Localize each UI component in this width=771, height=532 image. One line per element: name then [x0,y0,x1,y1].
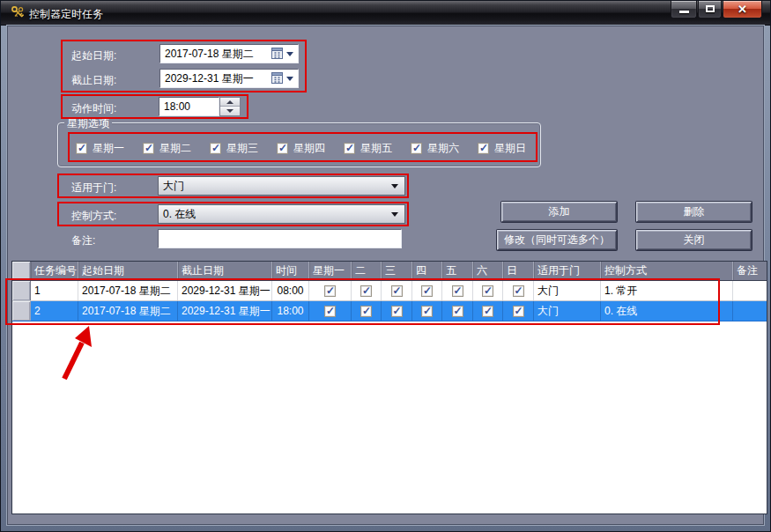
check-icon: ✓ [454,305,463,317]
control-mode-combobox[interactable]: 0. 在线 [158,204,405,224]
column-header-mon[interactable]: 星期一 [309,262,352,280]
dropdown-arrow-icon[interactable] [391,212,398,217]
row-selector[interactable] [12,301,31,321]
start-date-label: 起始日期: [71,48,116,63]
check-icon: ✓ [479,142,488,154]
end-date-picker[interactable]: 2029-12-31 星期一 [159,69,299,88]
dropdown-arrow-icon[interactable] [391,184,398,188]
cell-time: 08:00 [272,281,309,300]
cell-day-checkbox[interactable]: ✓ [503,301,534,321]
check-icon: ✓ [362,284,371,297]
control-mode-value: 0. 在线 [163,207,196,222]
weekday-checkbox-tue[interactable]: ✓ 星期二 [143,141,191,156]
calendar-icon[interactable] [271,48,283,59]
cell-day-checkbox[interactable]: ✓ [503,281,534,300]
column-header-thu[interactable]: 四 [412,262,442,280]
cell-day-checkbox[interactable]: ✓ [352,281,382,300]
check-icon: ✓ [78,142,86,154]
maximize-button[interactable] [698,1,722,18]
weekday-checkbox-sat[interactable]: ✓ 星期六 [411,141,459,156]
weekday-checkbox-mon[interactable]: ✓ 星期一 [76,141,124,156]
cell-day-checkbox[interactable]: ✓ [412,281,442,300]
check-icon: ✓ [515,305,523,317]
spinner-up-button[interactable] [220,98,240,107]
weekday-label: 星期六 [427,141,459,156]
remark-label: 备注: [71,233,95,248]
checkbox-checked[interactable]: ✓ [277,143,288,154]
cell-day-checkbox[interactable]: ✓ [412,301,442,321]
cell-day-checkbox[interactable]: ✓ [473,301,503,321]
dialog-window: 控制器定时任务 ✕ 起始日期: 2017-07-18 星期二 截止日期: 202… [0,0,771,532]
weekday-label: 星期五 [360,141,392,156]
cell-day-checkbox[interactable]: ✓ [382,281,412,300]
check-icon: ✓ [326,305,335,317]
column-header-mode[interactable]: 控制方式 [601,262,733,280]
cell-door: 大门 [534,281,601,300]
cell-day-checkbox[interactable]: ✓ [442,281,473,300]
column-header-wed[interactable]: 三 [382,262,412,280]
cell-day-checkbox[interactable]: ✓ [309,281,352,300]
weekday-checkbox-fri[interactable]: ✓ 星期五 [344,141,392,156]
checkbox-checked[interactable]: ✓ [76,143,87,154]
check-icon: ✓ [393,284,402,297]
delete-button[interactable]: 删除 [636,202,752,222]
cell-day-checkbox[interactable]: ✓ [473,281,503,300]
title-bar[interactable]: 控制器定时任务 ✕ [1,1,770,26]
column-header-end-date[interactable]: 截止日期 [178,262,272,280]
modify-button[interactable]: 修改（同时可选多个） [497,230,617,250]
column-header-start-date[interactable]: 起始日期 [78,262,178,280]
column-header-sat[interactable]: 六 [473,262,503,280]
column-header-door[interactable]: 适用于门 [534,262,601,280]
spinner-down-button[interactable] [220,107,240,115]
add-button[interactable]: 添加 [501,202,617,222]
column-header-time[interactable]: 时间 [272,262,309,280]
cell-start-date: 2017-07-18 星期二 [78,281,178,300]
row-selector[interactable] [12,281,31,300]
time-spinner [219,97,241,116]
close-dialog-button[interactable]: 关闭 [636,230,752,250]
cell-day-checkbox[interactable]: ✓ [309,301,352,321]
cell-day-checkbox[interactable]: ✓ [352,301,382,321]
modify-button-label: 修改（同时可选多个） [504,233,610,248]
action-time-input[interactable]: 18:00 [159,97,219,116]
weekday-checkbox-thu[interactable]: ✓ 星期四 [277,141,325,156]
checkbox-checked[interactable]: ✓ [143,143,154,154]
check-icon: ✓ [412,142,421,154]
column-header-remark[interactable]: 备注 [733,262,767,280]
door-combobox[interactable]: 大门 [158,176,405,196]
minimize-button[interactable] [671,1,697,18]
table-row-selected[interactable]: 2 2017-07-18 星期二 2029-12-31 星期一 18:00 ✓ … [12,301,767,321]
close-button[interactable]: ✕ [723,1,762,18]
cell-remark [733,301,767,321]
remark-input[interactable] [158,229,402,248]
cell-mode: 0. 在线 [601,301,733,321]
checkbox-checked[interactable]: ✓ [210,143,221,154]
cell-day-checkbox[interactable]: ✓ [442,301,473,321]
delete-button-label: 删除 [684,204,705,219]
dropdown-arrow-icon[interactable] [286,52,293,56]
weekday-label: 星期日 [494,141,526,156]
column-header-tue[interactable]: 二 [352,262,382,280]
cell-task-id: 2 [31,301,78,321]
column-header-fri[interactable]: 五 [442,262,473,280]
weekday-label: 星期一 [93,141,124,156]
weekday-checkbox-sun[interactable]: ✓ 星期日 [478,141,526,156]
close-icon: ✕ [723,3,761,16]
calendar-icon[interactable] [271,72,283,84]
checkbox-checked[interactable]: ✓ [411,143,422,154]
cell-day-checkbox[interactable]: ✓ [382,301,412,321]
cell-mode: 1. 常开 [601,281,733,300]
checkbox-checked[interactable]: ✓ [478,143,489,154]
dropdown-arrow-icon[interactable] [286,77,293,81]
weekday-checkbox-wed[interactable]: ✓ 星期三 [210,141,258,156]
cell-start-date: 2017-07-18 星期二 [78,301,178,321]
start-date-picker[interactable]: 2017-07-18 星期二 [159,44,299,63]
column-header-sun[interactable]: 日 [503,262,534,280]
start-date-value: 2017-07-18 星期二 [165,47,254,62]
checkbox-checked[interactable]: ✓ [344,143,355,154]
table-row[interactable]: 1 2017-07-18 星期二 2029-12-31 星期一 08:00 ✓ … [12,281,767,301]
key-icon [11,5,26,20]
cell-time: 18:00 [272,301,309,321]
check-icon: ✓ [345,142,354,154]
column-header-task-id[interactable]: 任务编号 [31,262,78,280]
